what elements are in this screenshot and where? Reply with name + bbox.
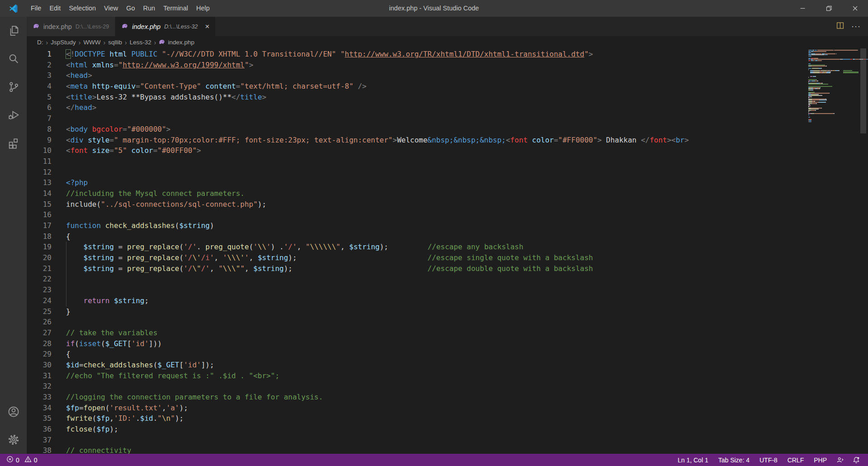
breadcrumb-item-jspstudy[interactable]: JspStudy	[50, 39, 76, 46]
close-window-button[interactable]	[842, 0, 868, 17]
code-line[interactable]: 34$fp=fopen('result.txt','a');	[27, 403, 808, 414]
code-line[interactable]: 9<div style=" margin-top:70px;color:#FFF…	[27, 135, 808, 146]
feedback-icon[interactable]	[832, 456, 848, 464]
code-line[interactable]: 32	[27, 381, 808, 392]
code-line[interactable]: 10<font size="5" color="#00FF00">	[27, 145, 808, 156]
more-actions-icon[interactable]: ···	[851, 22, 861, 31]
code-line[interactable]: 22	[27, 274, 808, 285]
run-debug-icon[interactable]	[0, 101, 27, 129]
menu-item-edit[interactable]: Edit	[45, 0, 65, 17]
breadcrumb-item-d[interactable]: D:	[37, 39, 44, 46]
code-line-content: //echo "The filtered request is :" .$id …	[66, 371, 279, 381]
breadcrumb-item-www[interactable]: WWW	[83, 39, 101, 46]
code-line[interactable]: 17function check_addslashes($string)	[27, 220, 808, 231]
tab-description: D:\...\Less-29	[75, 24, 109, 30]
line-number: 6	[27, 102, 66, 113]
code-line-content: if(isset($_GET['id']))	[66, 338, 162, 349]
status-tab-size-4[interactable]: Tab Size: 4	[713, 456, 755, 464]
minimap[interactable]	[808, 50, 859, 122]
code-line[interactable]: 3<head>	[27, 70, 808, 81]
split-editor-icon[interactable]	[836, 22, 844, 31]
code-line[interactable]: 1<!DOCTYPE html PUBLIC "-//W3C//DTD XHTM…	[27, 49, 808, 60]
code-line-content: //logging the connection parameters to a…	[66, 392, 323, 403]
code-line[interactable]: 2<html xmlns="http://www.w3.org/1999/xht…	[27, 60, 808, 71]
code-line[interactable]: 13<?php	[27, 177, 808, 188]
breadcrumb-item-less32[interactable]: Less-32	[129, 39, 152, 46]
code-line[interactable]: 26	[27, 317, 808, 328]
indent-guide	[66, 242, 66, 306]
extensions-icon[interactable]	[0, 129, 27, 157]
line-number: 11	[27, 156, 66, 167]
code-line[interactable]: 6</head>	[27, 102, 808, 113]
code-line[interactable]: 4<meta http-equiv="Content-Type" content…	[27, 81, 808, 92]
line-number: 25	[27, 306, 66, 317]
code-line[interactable]: 25}	[27, 306, 808, 317]
code-line[interactable]: 20 $string = preg_replace('/\'/i', '\\\'…	[27, 252, 808, 263]
code-line[interactable]: 21 $string = preg_replace('/\"/', "\\\""…	[27, 263, 808, 274]
menu-item-help[interactable]: Help	[192, 0, 214, 17]
code-line-content: <html xmlns="http://www.w3.org/1999/xhtm…	[66, 60, 253, 71]
problems-status[interactable]: 0 0	[4, 456, 40, 464]
scrollbar-thumb[interactable]	[860, 48, 866, 133]
code-line[interactable]: 5<title>Less-32 **Bypass addslashes()**<…	[27, 92, 808, 103]
tab-label: index.php	[132, 23, 160, 30]
code-line[interactable]: 19 $string = preg_replace('/'. preg_quot…	[27, 242, 808, 252]
code-line[interactable]: 29{	[27, 349, 808, 360]
minimize-button[interactable]	[789, 0, 816, 17]
menu-item-terminal[interactable]: Terminal	[159, 0, 192, 17]
breadcrumb-file[interactable]: index.php	[158, 38, 194, 47]
breadcrumb: D:›JspStudy›WWW›sqllib›Less-32›index.php	[27, 36, 868, 48]
line-number: 17	[27, 220, 66, 231]
status-php[interactable]: PHP	[809, 456, 832, 464]
code-line[interactable]: 7	[27, 113, 808, 124]
code-editor[interactable]: 1<!DOCTYPE html PUBLIC "-//W3C//DTD XHTM…	[27, 48, 868, 454]
menu-item-run[interactable]: Run	[139, 0, 160, 17]
error-icon	[6, 456, 14, 464]
code-line[interactable]: 18{	[27, 231, 808, 242]
code-line[interactable]: 24 return $string;	[27, 295, 808, 306]
tab-d-less-29[interactable]: index.phpD:\...\Less-29	[27, 17, 115, 36]
code-line[interactable]: 11	[27, 156, 808, 167]
code-line[interactable]: 33//logging the connection parameters to…	[27, 392, 808, 403]
code-line[interactable]: 15include("../sql-connections/sql-connec…	[27, 199, 808, 210]
close-tab-icon[interactable]: ×	[205, 23, 209, 30]
accounts-icon[interactable]	[0, 398, 27, 426]
search-icon[interactable]	[0, 45, 27, 73]
status-crlf[interactable]: CRLF	[783, 456, 809, 464]
code-line[interactable]: 31//echo "The filtered request is :" .$i…	[27, 371, 808, 381]
line-number: 27	[27, 328, 66, 338]
status-ln-1-col-1[interactable]: Ln 1, Col 1	[673, 456, 713, 464]
code-line[interactable]: 28if(isset($_GET['id']))	[27, 338, 808, 349]
menu-item-file[interactable]: File	[27, 0, 45, 17]
code-line-content: $id=check_addslashes($_GET['id']);	[66, 360, 214, 371]
line-number: 18	[27, 231, 66, 242]
code-line[interactable]: 35fwrite($fp,'ID:'.$id."\n");	[27, 413, 808, 424]
explorer-icon[interactable]	[0, 17, 27, 45]
breadcrumb-item-sqllib[interactable]: sqllib	[108, 39, 123, 46]
source-control-icon[interactable]	[0, 73, 27, 101]
settings-gear-icon[interactable]	[0, 426, 27, 454]
code-line[interactable]: 27// take the variables	[27, 328, 808, 338]
code-line[interactable]: 38// connectivity	[27, 445, 808, 454]
code-line[interactable]: 37	[27, 435, 808, 446]
code-line[interactable]: 8<body bgcolor="#000000">	[27, 124, 808, 135]
tab-d-less-32[interactable]: index.phpD:\...\Less-32×	[115, 17, 216, 36]
code-line[interactable]: 36fclose($fp);	[27, 424, 808, 435]
line-number: 35	[27, 413, 66, 424]
code-line[interactable]: 30$id=check_addslashes($_GET['id']);	[27, 360, 808, 371]
menu-item-go[interactable]: Go	[122, 0, 139, 17]
code-line[interactable]: 14//including the Mysql connect paramete…	[27, 188, 808, 199]
menu-item-selection[interactable]: Selection	[65, 0, 100, 17]
line-number: 34	[27, 403, 66, 414]
code-line[interactable]: 23	[27, 285, 808, 295]
status-utf-8[interactable]: UTF-8	[755, 456, 783, 464]
window-controls	[789, 0, 868, 17]
code-line[interactable]: 12	[27, 167, 808, 178]
code-line[interactable]: 16	[27, 209, 808, 220]
menu-item-view[interactable]: View	[100, 0, 122, 17]
restore-button[interactable]	[816, 0, 842, 17]
activity-bar-spacer	[0, 157, 27, 398]
code-line-content: <meta http-equiv="Content-Type" content=…	[66, 81, 367, 92]
line-number: 3	[27, 70, 66, 81]
notifications-bell-icon[interactable]	[848, 456, 864, 464]
